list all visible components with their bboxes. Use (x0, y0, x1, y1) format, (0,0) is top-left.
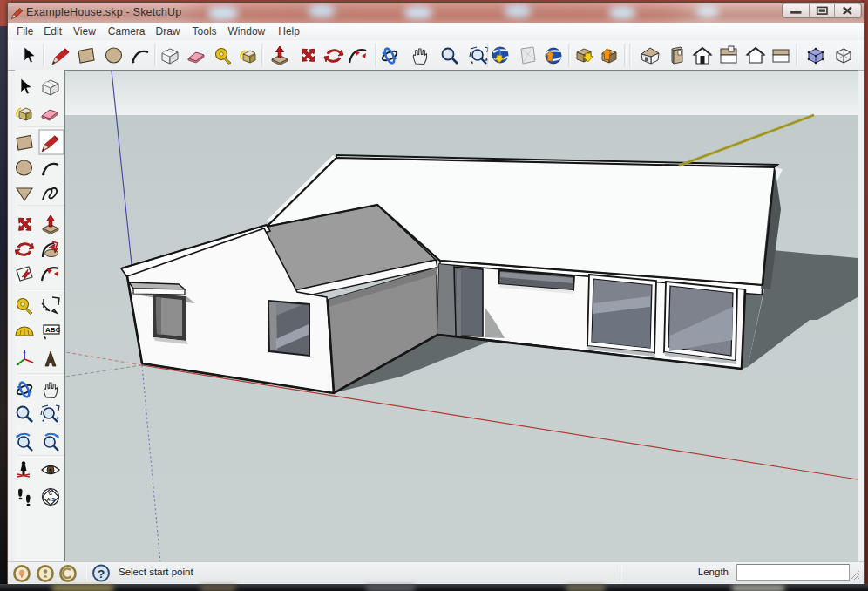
svg-text:?: ? (98, 567, 105, 581)
